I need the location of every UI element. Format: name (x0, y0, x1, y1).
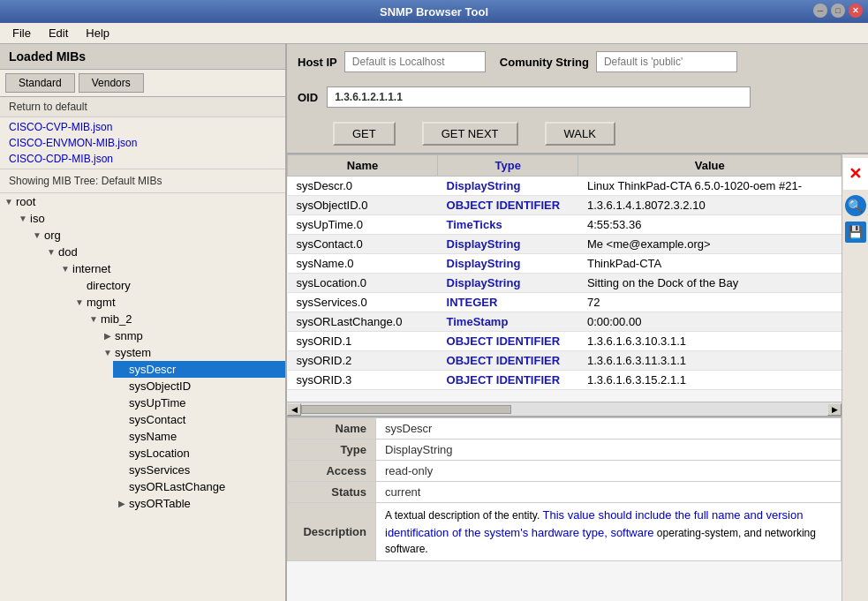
chevron-right-icon: ▶ (117, 499, 127, 509)
minimize-button[interactable]: ─ (813, 4, 827, 18)
tree-item-root[interactable]: ▼ root (0, 193, 285, 210)
table-row[interactable]: sysObjectID.0OBJECT IDENTIFIER1.3.6.1.4.… (288, 196, 842, 215)
maximize-button[interactable]: □ (831, 4, 845, 18)
tree-label-sysobjectid: sysObjectID (129, 379, 191, 393)
tree-item-sysname[interactable]: ▶ sysName (113, 428, 285, 445)
scrollbar-thumb[interactable] (301, 405, 511, 414)
host-ip-group: Host IP (298, 51, 486, 72)
menu-help[interactable]: Help (77, 24, 118, 42)
scroll-left-button[interactable]: ◀ (287, 403, 301, 416)
cell-type: TimeTicks (438, 215, 578, 235)
cell-type: DisplayString (438, 274, 578, 293)
chevron-down-icon: ▼ (74, 297, 85, 308)
get-button[interactable]: GET (333, 122, 396, 146)
tree-children-internet: ▶ directory (71, 277, 285, 512)
mib-file-2[interactable]: CISCO-CDP-MIB.json (0, 151, 285, 167)
oid-input[interactable] (327, 86, 751, 108)
tree-item-org[interactable]: ▼ org (28, 227, 285, 244)
tree-item-snmp[interactable]: ▶ snmp (99, 327, 285, 344)
table-row[interactable]: sysORID.2OBJECT IDENTIFIER1.3.6.1.6.3.11… (288, 351, 842, 371)
desc-highlight-1: This value should include the full name … (385, 508, 803, 539)
tree-item-sysortable[interactable]: ▶ sysORTable (113, 495, 285, 512)
standard-button[interactable]: Standard (5, 73, 75, 93)
menu-edit[interactable]: Edit (40, 24, 77, 42)
table-row[interactable]: sysServices.0INTEGER72 (288, 293, 842, 312)
search-button[interactable]: 🔍 (845, 195, 866, 216)
tree-children-mib2: ▶ snmp (99, 327, 285, 512)
table-row[interactable]: sysORLastChange.0TimeStamp0:00:00.00 (288, 312, 842, 332)
tree-item-mib2[interactable]: ▼ mib_2 (85, 311, 285, 327)
cell-name: sysORID.2 (288, 351, 438, 371)
vendors-button[interactable]: Vendors (79, 73, 144, 93)
cell-value: Me <me@example.org> (578, 235, 842, 254)
chevron-down-icon: ▼ (18, 214, 28, 224)
tree-item-dod[interactable]: ▼ dod (42, 244, 285, 260)
tree-label-syslocation: sysLocation (129, 447, 190, 460)
table-row[interactable]: sysName.0DisplayStringThinkPad-CTA (288, 254, 842, 274)
walk-button[interactable]: WALK (545, 122, 615, 146)
table-row[interactable]: sysContact.0DisplayStringMe <me@example.… (288, 235, 842, 254)
tree-item-syslocation[interactable]: ▶ sysLocation (113, 445, 285, 462)
tree-item-directory[interactable]: ▶ directory (71, 277, 285, 294)
results-table-wrapper[interactable]: Name Type Value sysDescr.0DisplayStringL… (287, 154, 842, 402)
col-header-type: Type (438, 155, 578, 177)
tree-item-sysorlastchange[interactable]: ▶ sysORLastChange (113, 478, 285, 495)
detail-access-value: read-only (376, 461, 842, 482)
tree-label-dod: dod (58, 245, 78, 259)
return-to-default[interactable]: Return to default (0, 97, 285, 117)
cell-name: sysServices.0 (288, 293, 438, 312)
menu-file[interactable]: File (4, 24, 40, 42)
tree-item-sysdescr[interactable]: ▶ sysDescr (113, 361, 285, 378)
spacer-icon: ▶ (117, 482, 127, 492)
chevron-down-icon: ▼ (32, 230, 42, 241)
detail-type-label: Type (288, 439, 376, 461)
horizontal-scrollbar[interactable]: ◀ ▶ (287, 402, 842, 416)
mib-file-1[interactable]: CISCO-ENVMON-MIB.json (0, 135, 285, 151)
mib-file-0[interactable]: CISCO-CVP-MIB.json (0, 119, 285, 135)
save-button[interactable]: 💾 (845, 222, 866, 243)
spacer-icon: ▶ (117, 398, 127, 409)
scroll-right-button[interactable]: ▶ (827, 403, 842, 416)
tree-node-snmp: ▶ snmp (99, 327, 285, 344)
tree-item-iso[interactable]: ▼ iso (14, 210, 285, 227)
table-row[interactable]: sysORID.3OBJECT IDENTIFIER1.3.6.1.6.3.15… (288, 371, 842, 390)
mib-tree[interactable]: ▼ root ▼ iso (0, 193, 285, 601)
detail-status-value: current (376, 482, 842, 503)
close-button[interactable]: ✕ (849, 4, 863, 18)
tree-item-sysuptime[interactable]: ▶ sysUpTime (113, 394, 285, 411)
results-area: Name Type Value sysDescr.0DisplayStringL… (287, 154, 868, 601)
community-string-input[interactable] (596, 51, 737, 72)
spacer-icon: ▶ (117, 465, 127, 476)
spacer-icon: ▶ (117, 415, 127, 425)
cell-type: INTEGER (438, 293, 578, 312)
table-row[interactable]: sysDescr.0DisplayStringLinux ThinkPad-CT… (288, 177, 842, 196)
detail-name-value: sysDescr (376, 418, 842, 439)
table-row[interactable]: sysORID.1OBJECT IDENTIFIER1.3.6.1.6.3.10… (288, 332, 842, 351)
cell-type: DisplayString (438, 235, 578, 254)
tree-item-system[interactable]: ▼ system (99, 344, 285, 361)
host-ip-input[interactable] (344, 51, 486, 72)
tree-inner: ▼ root ▼ iso (0, 193, 285, 512)
cell-type: DisplayString (438, 254, 578, 274)
close-results-button[interactable]: ✕ (843, 158, 868, 190)
get-next-button[interactable]: GET NEXT (422, 122, 518, 146)
tree-item-syscontact[interactable]: ▶ sysContact (113, 411, 285, 428)
tree-label-sysservices: sysServices (129, 463, 190, 477)
tree-node-mib2: ▼ mib_2 (85, 311, 285, 512)
tree-item-internet[interactable]: ▼ internet (57, 260, 285, 277)
mib-buttons: Standard Vendors (0, 70, 285, 97)
cell-type: OBJECT IDENTIFIER (438, 196, 578, 215)
table-row[interactable]: sysLocation.0DisplayStringSitting on the… (288, 274, 842, 293)
spacer-icon: ▶ (117, 364, 127, 375)
tree-children-root: ▼ iso ▼ org (14, 210, 285, 512)
tree-item-sysservices[interactable]: ▶ sysServices (113, 462, 285, 478)
tree-item-mgmt[interactable]: ▼ mgmt (71, 294, 285, 311)
showing-mib-label: Showing MIB Tree: Default MIBs (0, 169, 285, 193)
oid-row: OID (298, 86, 857, 108)
col-header-name: Name (288, 155, 438, 177)
detail-access-row: Access read-only (288, 461, 842, 482)
table-row[interactable]: sysUpTime.0TimeTicks4:55:53.36 (288, 215, 842, 235)
cell-value: 0:00:00.00 (578, 312, 842, 332)
tree-item-sysobjectid[interactable]: ▶ sysObjectID (113, 378, 285, 394)
tree-children-org: ▼ dod ▼ (42, 244, 285, 512)
